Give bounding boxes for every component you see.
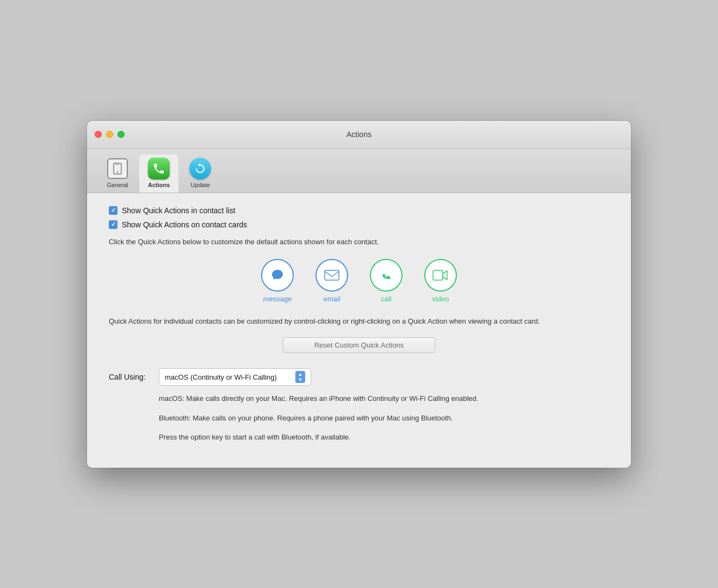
call-description-area: macOS: Make calls directly on your Mac. … bbox=[159, 393, 609, 443]
video-circle bbox=[424, 259, 457, 292]
checkbox-row-1: Show Quick Actions in contact list bbox=[109, 206, 609, 215]
tab-update[interactable]: Update bbox=[181, 154, 220, 193]
maximize-button[interactable] bbox=[117, 131, 125, 138]
quick-action-call[interactable]: call bbox=[370, 259, 403, 303]
reset-custom-quick-actions-button[interactable]: Reset Custom Quick Actions bbox=[283, 337, 435, 353]
call-desc-bluetooth: Bluetooth: Make calls on your phone. Req… bbox=[159, 413, 609, 424]
close-button[interactable] bbox=[95, 131, 102, 138]
update-tab-icon bbox=[189, 158, 211, 180]
call-using-row: Call Using: macOS (Continuity or Wi-Fi C… bbox=[109, 368, 609, 386]
refresh-icon bbox=[189, 158, 211, 180]
call-circle bbox=[370, 259, 403, 292]
quick-action-video[interactable]: video bbox=[424, 259, 457, 303]
phone-green-icon bbox=[148, 158, 170, 180]
customization-info-text: Quick Actions for individual contacts ca… bbox=[109, 316, 609, 327]
message-label: message bbox=[263, 295, 292, 303]
actions-tab-icon bbox=[148, 158, 170, 180]
arrow-down-icon: ▼ bbox=[298, 377, 303, 382]
minimize-button[interactable] bbox=[106, 131, 113, 138]
call-desc-macos: macOS: Make calls directly on your Mac. … bbox=[159, 393, 609, 404]
traffic-lights bbox=[95, 131, 125, 138]
quick-action-message[interactable]: message bbox=[261, 259, 294, 303]
tab-actions[interactable]: Actions bbox=[139, 154, 178, 193]
svg-rect-2 bbox=[116, 164, 119, 165]
call-label: call bbox=[381, 295, 392, 303]
message-circle bbox=[261, 259, 294, 292]
email-circle bbox=[315, 259, 348, 292]
general-tab-icon bbox=[107, 158, 128, 180]
phone-outline-icon bbox=[107, 158, 128, 179]
checkbox-contact-cards-label: Show Quick Actions on contact cards bbox=[122, 220, 247, 229]
call-desc-option-key: Press the option key to start a call wit… bbox=[159, 432, 609, 443]
checkbox-contact-list[interactable] bbox=[109, 206, 117, 215]
video-label: video bbox=[432, 295, 449, 303]
dropdown-selected-value: macOS (Continuity or Wi-Fi Calling) bbox=[165, 373, 291, 381]
content-area: Show Quick Actions in contact list Show … bbox=[87, 193, 631, 468]
quick-actions-row: message email call bbox=[109, 259, 609, 303]
actions-tab-label: Actions bbox=[148, 182, 170, 188]
toolbar: General Actions Update bbox=[87, 149, 631, 193]
call-using-section: Call Using: macOS (Continuity or Wi-Fi C… bbox=[109, 368, 609, 443]
window-title: Actions bbox=[346, 130, 372, 139]
checkbox-contact-list-label: Show Quick Actions in contact list bbox=[122, 206, 236, 215]
arrow-up-icon: ▲ bbox=[298, 372, 303, 377]
svg-rect-3 bbox=[325, 270, 339, 280]
svg-rect-4 bbox=[433, 270, 443, 280]
update-tab-label: Update bbox=[191, 182, 210, 188]
tab-general[interactable]: General bbox=[98, 154, 137, 193]
dropdown-arrows-icon: ▲ ▼ bbox=[295, 371, 305, 383]
reset-button-container: Reset Custom Quick Actions bbox=[109, 337, 609, 353]
email-label: email bbox=[323, 295, 340, 303]
customize-description: Click the Quick Actions below to customi… bbox=[109, 238, 609, 246]
titlebar: Actions bbox=[87, 121, 631, 149]
call-using-dropdown[interactable]: macOS (Continuity or Wi-Fi Calling) ▲ ▼ bbox=[159, 368, 311, 386]
call-using-label: Call Using: bbox=[109, 373, 152, 381]
checkbox-contact-cards[interactable] bbox=[109, 220, 117, 229]
quick-action-email[interactable]: email bbox=[315, 259, 348, 303]
main-window: Actions General bbox=[87, 121, 631, 468]
checkbox-row-2: Show Quick Actions on contact cards bbox=[109, 220, 609, 229]
general-tab-label: General bbox=[107, 182, 128, 188]
svg-point-1 bbox=[117, 171, 118, 172]
